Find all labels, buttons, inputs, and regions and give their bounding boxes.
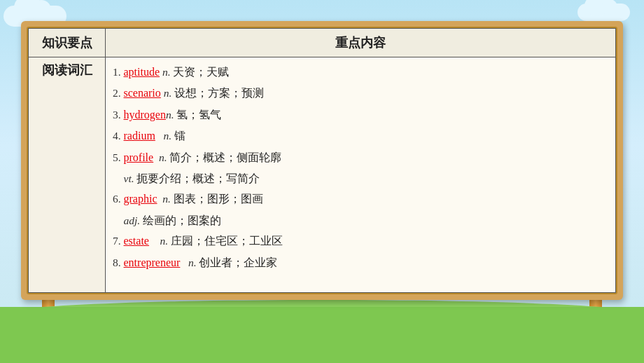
keyword-hydrogen: hydrogen bbox=[124, 109, 166, 121]
entry-2: 2. scenario n. 设想；方案；预测 bbox=[113, 83, 608, 104]
pos-6-adj: adj. bbox=[124, 214, 141, 226]
num-6: 6. bbox=[113, 193, 124, 205]
entry-5: 5. profile n. 简介；概述；侧面轮廓 bbox=[113, 147, 608, 168]
content-cell: 1. aptitude n. 天资；天赋 2. scenario n. 设想；方… bbox=[106, 57, 616, 293]
entry-4: 4. radium n. 镭 bbox=[113, 125, 608, 146]
pos-4: n. bbox=[163, 130, 172, 142]
num-2: 2. bbox=[113, 87, 124, 99]
board-outer: 知识要点 重点内容 阅读词汇 1. aptitude n. 天资；天赋 2. s… bbox=[21, 21, 623, 300]
num-4: 4. bbox=[113, 130, 124, 142]
def-5: 简介；概述；侧面轮廓 bbox=[169, 151, 281, 163]
pos-3: n. bbox=[166, 109, 174, 121]
entry-6: 6. graphic n. 图表；图形；图画 bbox=[113, 189, 608, 210]
num-1: 1. bbox=[113, 66, 124, 78]
cloud-right bbox=[578, 4, 630, 21]
def-2: 设想；方案；预测 bbox=[174, 87, 264, 99]
def-7: 庄园；住宅区；工业区 bbox=[171, 235, 283, 247]
pos-2: n. bbox=[164, 87, 172, 99]
pos-8: n. bbox=[188, 256, 197, 268]
keyword-radium: radium bbox=[124, 130, 155, 142]
num-3: 3. bbox=[113, 109, 124, 121]
pos-1: n. bbox=[162, 66, 171, 78]
def-6: 图表；图形；图画 bbox=[174, 193, 263, 205]
header-col1: 知识要点 bbox=[29, 29, 106, 57]
def-4: 镭 bbox=[174, 130, 186, 142]
def-5-vt: 扼要介绍；概述；写简介 bbox=[136, 172, 260, 184]
num-7: 7. bbox=[113, 235, 124, 247]
entry-5-vt: vt. 扼要介绍；概述；写简介 bbox=[113, 168, 608, 189]
board-inner: 知识要点 重点内容 阅读词汇 1. aptitude n. 天资；天赋 2. s… bbox=[27, 27, 617, 294]
table-header-row: 知识要点 重点内容 bbox=[29, 29, 616, 57]
entry-3: 3. hydrogenn. 氢；氢气 bbox=[113, 104, 608, 125]
pos-5: n. bbox=[159, 151, 167, 163]
num-5: 5. bbox=[113, 151, 124, 163]
def-8: 创业者；企业家 bbox=[199, 256, 277, 268]
def-1: 天资；天赋 bbox=[173, 66, 229, 78]
keyword-entrepreneur: entrepreneur bbox=[124, 256, 181, 268]
def-3: 氢；氢气 bbox=[176, 109, 221, 121]
keyword-aptitude: aptitude bbox=[124, 66, 160, 78]
category-cell: 阅读词汇 bbox=[29, 57, 106, 293]
keyword-profile: profile bbox=[124, 151, 154, 163]
pos-7: n. bbox=[160, 235, 168, 247]
vocab-table: 知识要点 重点内容 阅读词汇 1. aptitude n. 天资；天赋 2. s… bbox=[28, 28, 616, 293]
pos-5-vt: vt. bbox=[124, 172, 134, 184]
entry-7: 7. estate n. 庄园；住宅区；工业区 bbox=[113, 231, 608, 252]
entry-6-adj: adj. 绘画的；图案的 bbox=[113, 210, 608, 231]
table-row-main: 阅读词汇 1. aptitude n. 天资；天赋 2. scenario n.… bbox=[29, 57, 616, 293]
entry-8: 8. entrepreneur n. 创业者；企业家 bbox=[113, 252, 608, 273]
keyword-estate: estate bbox=[124, 235, 149, 247]
keyword-graphic: graphic bbox=[124, 193, 158, 205]
num-8: 8. bbox=[113, 256, 124, 268]
entry-1: 1. aptitude n. 天资；天赋 bbox=[113, 62, 608, 83]
pos-6: n. bbox=[162, 193, 171, 205]
keyword-scenario: scenario bbox=[124, 87, 161, 99]
header-col2: 重点内容 bbox=[106, 29, 616, 57]
ground bbox=[0, 307, 644, 363]
def-6-adj: 绘画的；图案的 bbox=[143, 214, 221, 226]
